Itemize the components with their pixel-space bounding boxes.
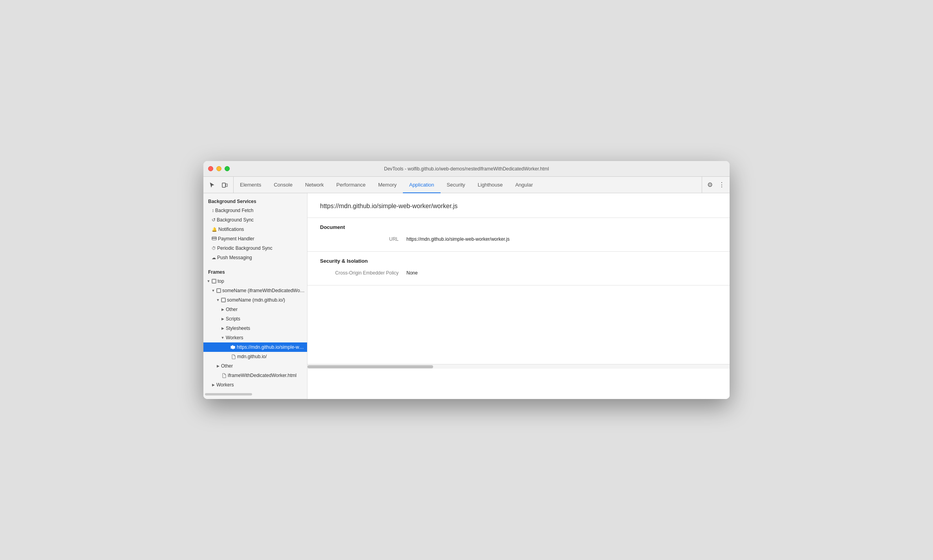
coep-row: Cross-Origin Embedder Policy None	[320, 270, 717, 276]
more-options-icon[interactable]: ⋮	[717, 180, 726, 190]
tab-performance[interactable]: Performance	[330, 177, 372, 193]
document-section-title: Document	[320, 224, 717, 230]
payment-handler-icon	[212, 236, 217, 241]
tab-network[interactable]: Network	[299, 177, 330, 193]
tree-item-workers-2[interactable]: Workers	[203, 380, 307, 390]
frames-title: Frames	[203, 267, 307, 276]
toolbar-icons	[203, 177, 234, 193]
cursor-icon[interactable]	[207, 180, 217, 190]
background-sync-icon: ↺	[212, 217, 216, 223]
sidebar-item-notifications[interactable]: 🔔 Notifications	[203, 225, 307, 234]
sidebar-scrollbar[interactable]	[203, 391, 307, 396]
background-fetch-icon: ↕	[212, 208, 214, 213]
tree-item-stylesheets[interactable]: Stylesheets	[203, 324, 307, 333]
svg-rect-4	[212, 280, 216, 283]
sidebar-item-background-fetch[interactable]: ↕ Background Fetch	[203, 206, 307, 215]
tab-application[interactable]: Application	[403, 177, 441, 193]
titlebar: DevTools - wolfib.github.io/web-demos/ne…	[203, 161, 730, 177]
security-section-title: Security & Isolation	[320, 258, 717, 264]
devtools-window: DevTools - wolfib.github.io/web-demos/ne…	[203, 161, 730, 399]
frame-icon	[212, 279, 216, 284]
tab-memory[interactable]: Memory	[372, 177, 403, 193]
tab-lighthouse[interactable]: Lighthouse	[472, 177, 509, 193]
svg-rect-5	[217, 289, 221, 293]
push-messaging-icon: ☁	[212, 255, 216, 260]
toolbar-right: ⚙ ⋮	[702, 177, 730, 193]
tab-elements[interactable]: Elements	[234, 177, 267, 193]
tab-console[interactable]: Console	[267, 177, 299, 193]
file-icon	[221, 373, 227, 378]
svg-rect-0	[222, 183, 225, 187]
window-title: DevTools - wolfib.github.io/web-demos/ne…	[384, 166, 549, 172]
expand-icon	[211, 289, 215, 293]
periodic-sync-icon: ⏱	[212, 246, 216, 251]
close-button[interactable]	[208, 166, 213, 171]
tree-item-scripts[interactable]: Scripts	[203, 314, 307, 324]
expand-icon	[221, 307, 225, 311]
expand-icon	[216, 364, 220, 368]
minimize-button[interactable]	[216, 166, 221, 171]
frame-icon	[221, 298, 226, 302]
url-row: URL https://mdn.github.io/simple-web-wor…	[320, 236, 717, 242]
tree-item-workers-1[interactable]: Workers	[203, 333, 307, 342]
svg-rect-3	[212, 238, 216, 239]
frame-icon	[216, 288, 221, 293]
file-icon	[231, 354, 236, 359]
scrollbar-thumb	[307, 365, 433, 368]
expand-icon	[221, 326, 225, 330]
tree-item-somename-iframe[interactable]: someName (iframeWithDedicatedWorker.html…	[203, 286, 307, 295]
horizontal-scrollbar[interactable]	[307, 364, 730, 369]
notifications-icon: 🔔	[212, 227, 217, 232]
security-section: Security & Isolation Cross-Origin Embedd…	[307, 252, 730, 285]
tree-item-other-1[interactable]: Other	[203, 305, 307, 314]
main-panel: https://mdn.github.io/simple-web-worker/…	[307, 193, 730, 399]
traffic-lights	[208, 166, 230, 171]
svg-rect-1	[226, 184, 227, 187]
tree-item-worker-url[interactable]: https://mdn.github.io/simple-web-worker	[203, 342, 307, 352]
tree-item-iframe-file[interactable]: iframeWithDedicatedWorker.html	[203, 371, 307, 380]
tree-item-other-2[interactable]: Other	[203, 361, 307, 371]
settings-icon[interactable]: ⚙	[705, 180, 715, 190]
sidebar-item-push-messaging[interactable]: ☁ Push Messaging	[203, 253, 307, 262]
panel-url: https://mdn.github.io/simple-web-worker/…	[307, 193, 730, 218]
sidebar-item-payment-handler[interactable]: Payment Handler	[203, 234, 307, 243]
devtools-toolbar: Elements Console Network Performance Mem…	[203, 177, 730, 193]
empty-panel-area	[307, 285, 730, 364]
tabs-list: Elements Console Network Performance Mem…	[234, 177, 702, 193]
url-label: URL	[320, 236, 406, 242]
device-toolbar-icon[interactable]	[220, 180, 229, 190]
document-section: Document URL https://mdn.github.io/simpl…	[307, 218, 730, 252]
url-value: https://mdn.github.io/simple-web-worker/…	[406, 236, 510, 242]
expand-icon	[211, 383, 215, 387]
sidebar-item-background-sync[interactable]: ↺ Background Sync	[203, 215, 307, 225]
expand-icon	[216, 298, 220, 302]
tab-angular[interactable]: Angular	[509, 177, 539, 193]
worker-gear-icon	[231, 344, 236, 350]
svg-rect-6	[222, 298, 225, 302]
sidebar: Background Services ↕ Background Fetch ↺…	[203, 193, 307, 399]
tree-item-mdn-file[interactable]: mdn.github.io/	[203, 352, 307, 361]
expand-icon	[221, 336, 225, 340]
tree-item-top[interactable]: top	[203, 276, 307, 286]
background-services-title: Background Services	[203, 196, 307, 206]
maximize-button[interactable]	[225, 166, 230, 171]
sidebar-item-periodic-background-sync[interactable]: ⏱ Periodic Background Sync	[203, 243, 307, 253]
expand-icon	[221, 317, 225, 321]
coep-label: Cross-Origin Embedder Policy	[320, 270, 406, 276]
coep-value: None	[406, 270, 418, 276]
expand-icon-top	[207, 279, 210, 283]
tree-item-somename-mdn[interactable]: someName (mdn.github.io/)	[203, 295, 307, 305]
tab-security[interactable]: Security	[441, 177, 472, 193]
devtools-body: Background Services ↕ Background Fetch ↺…	[203, 193, 730, 399]
